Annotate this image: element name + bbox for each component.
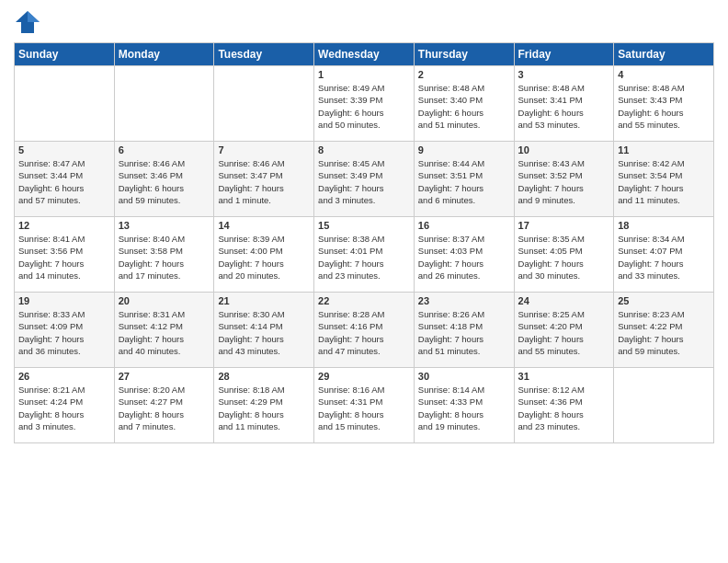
calendar-cell: 23Sunrise: 8:26 AM Sunset: 4:18 PM Dayli… <box>414 293 514 368</box>
calendar-cell: 28Sunrise: 8:18 AM Sunset: 4:29 PM Dayli… <box>214 368 314 443</box>
day-number: 29 <box>318 371 410 382</box>
day-number: 16 <box>418 220 510 231</box>
calendar-table: SundayMondayTuesdayWednesdayThursdayFrid… <box>14 42 714 443</box>
day-info: Sunrise: 8:33 AM Sunset: 4:09 PM Dayligh… <box>18 308 110 357</box>
day-info: Sunrise: 8:43 AM Sunset: 3:52 PM Dayligh… <box>518 157 610 206</box>
calendar-cell: 29Sunrise: 8:16 AM Sunset: 4:31 PM Dayli… <box>314 368 415 443</box>
day-info: Sunrise: 8:38 AM Sunset: 4:01 PM Dayligh… <box>318 233 410 282</box>
calendar-cell: 3Sunrise: 8:48 AM Sunset: 3:41 PM Daylig… <box>514 66 614 142</box>
week-row-5: 26Sunrise: 8:21 AM Sunset: 4:24 PM Dayli… <box>15 368 714 443</box>
day-number: 17 <box>518 220 610 231</box>
day-info: Sunrise: 8:46 AM Sunset: 3:46 PM Dayligh… <box>119 157 210 206</box>
day-info: Sunrise: 8:14 AM Sunset: 4:33 PM Dayligh… <box>418 384 510 432</box>
day-info: Sunrise: 8:46 AM Sunset: 3:47 PM Dayligh… <box>218 157 310 206</box>
day-number: 3 <box>518 69 610 80</box>
day-number: 12 <box>18 220 110 231</box>
calendar-cell: 16Sunrise: 8:37 AM Sunset: 4:03 PM Dayli… <box>414 217 514 293</box>
calendar-cell: 13Sunrise: 8:40 AM Sunset: 3:58 PM Dayli… <box>114 217 214 293</box>
calendar-cell: 31Sunrise: 8:12 AM Sunset: 4:36 PM Dayli… <box>514 368 614 443</box>
header-row: SundayMondayTuesdayWednesdayThursdayFrid… <box>15 43 714 66</box>
page-container: SundayMondayTuesdayWednesdayThursdayFrid… <box>0 0 728 563</box>
day-number: 22 <box>318 295 410 306</box>
day-info: Sunrise: 8:49 AM Sunset: 3:39 PM Dayligh… <box>318 82 410 131</box>
page-header <box>14 9 714 35</box>
calendar-cell: 26Sunrise: 8:21 AM Sunset: 4:24 PM Dayli… <box>15 368 115 443</box>
day-info: Sunrise: 8:47 AM Sunset: 3:44 PM Dayligh… <box>18 157 110 206</box>
day-info: Sunrise: 8:48 AM Sunset: 3:40 PM Dayligh… <box>418 82 510 131</box>
calendar-cell: 21Sunrise: 8:30 AM Sunset: 4:14 PM Dayli… <box>214 293 314 368</box>
day-info: Sunrise: 8:34 AM Sunset: 4:07 PM Dayligh… <box>618 233 710 282</box>
day-number: 24 <box>518 295 610 306</box>
calendar-cell: 4Sunrise: 8:48 AM Sunset: 3:43 PM Daylig… <box>614 66 714 142</box>
day-number: 13 <box>119 220 210 231</box>
calendar-cell: 24Sunrise: 8:25 AM Sunset: 4:20 PM Dayli… <box>514 293 614 368</box>
calendar-cell: 12Sunrise: 8:41 AM Sunset: 3:56 PM Dayli… <box>15 217 115 293</box>
day-info: Sunrise: 8:45 AM Sunset: 3:49 PM Dayligh… <box>318 157 410 206</box>
day-info: Sunrise: 8:16 AM Sunset: 4:31 PM Dayligh… <box>318 384 410 432</box>
day-info: Sunrise: 8:21 AM Sunset: 4:24 PM Dayligh… <box>18 384 110 432</box>
day-info: Sunrise: 8:30 AM Sunset: 4:14 PM Dayligh… <box>218 308 310 357</box>
calendar-cell: 22Sunrise: 8:28 AM Sunset: 4:16 PM Dayli… <box>314 293 415 368</box>
day-number: 18 <box>618 220 710 231</box>
calendar-cell: 1Sunrise: 8:49 AM Sunset: 3:39 PM Daylig… <box>314 66 415 142</box>
day-info: Sunrise: 8:39 AM Sunset: 4:00 PM Dayligh… <box>218 233 310 282</box>
day-number: 15 <box>318 220 410 231</box>
calendar-cell: 15Sunrise: 8:38 AM Sunset: 4:01 PM Dayli… <box>314 217 415 293</box>
calendar-cell: 11Sunrise: 8:42 AM Sunset: 3:54 PM Dayli… <box>614 142 714 217</box>
week-row-2: 5Sunrise: 8:47 AM Sunset: 3:44 PM Daylig… <box>15 142 714 217</box>
calendar-cell: 18Sunrise: 8:34 AM Sunset: 4:07 PM Dayli… <box>614 217 714 293</box>
day-number: 30 <box>418 371 510 382</box>
day-number: 4 <box>618 69 710 80</box>
day-number: 27 <box>119 371 210 382</box>
calendar-cell: 25Sunrise: 8:23 AM Sunset: 4:22 PM Dayli… <box>614 293 714 368</box>
calendar-cell: 9Sunrise: 8:44 AM Sunset: 3:51 PM Daylig… <box>414 142 514 217</box>
calendar-cell: 6Sunrise: 8:46 AM Sunset: 3:46 PM Daylig… <box>114 142 214 217</box>
day-info: Sunrise: 8:48 AM Sunset: 3:43 PM Dayligh… <box>618 82 710 131</box>
day-header-sunday: Sunday <box>15 43 115 66</box>
day-info: Sunrise: 8:25 AM Sunset: 4:20 PM Dayligh… <box>518 308 610 357</box>
day-number: 9 <box>418 144 510 155</box>
day-number: 5 <box>18 144 110 155</box>
day-info: Sunrise: 8:35 AM Sunset: 4:05 PM Dayligh… <box>518 233 610 282</box>
calendar-cell: 20Sunrise: 8:31 AM Sunset: 4:12 PM Dayli… <box>114 293 214 368</box>
calendar-cell: 30Sunrise: 8:14 AM Sunset: 4:33 PM Dayli… <box>414 368 514 443</box>
day-number: 1 <box>318 69 410 80</box>
day-header-tuesday: Tuesday <box>214 43 314 66</box>
day-number: 6 <box>119 144 210 155</box>
calendar-cell: 7Sunrise: 8:46 AM Sunset: 3:47 PM Daylig… <box>214 142 314 217</box>
day-header-monday: Monday <box>114 43 214 66</box>
calendar-cell: 8Sunrise: 8:45 AM Sunset: 3:49 PM Daylig… <box>314 142 415 217</box>
day-info: Sunrise: 8:26 AM Sunset: 4:18 PM Dayligh… <box>418 308 510 357</box>
day-info: Sunrise: 8:31 AM Sunset: 4:12 PM Dayligh… <box>119 308 210 357</box>
logo-icon <box>14 9 41 35</box>
day-number: 20 <box>119 295 210 306</box>
day-number: 7 <box>218 144 310 155</box>
calendar-cell: 17Sunrise: 8:35 AM Sunset: 4:05 PM Dayli… <box>514 217 614 293</box>
day-number: 8 <box>318 144 410 155</box>
day-info: Sunrise: 8:42 AM Sunset: 3:54 PM Dayligh… <box>618 157 710 206</box>
day-info: Sunrise: 8:44 AM Sunset: 3:51 PM Dayligh… <box>418 157 510 206</box>
day-info: Sunrise: 8:12 AM Sunset: 4:36 PM Dayligh… <box>518 384 610 432</box>
calendar-cell <box>114 66 214 142</box>
day-header-saturday: Saturday <box>614 43 714 66</box>
day-header-wednesday: Wednesday <box>314 43 415 66</box>
week-row-4: 19Sunrise: 8:33 AM Sunset: 4:09 PM Dayli… <box>15 293 714 368</box>
day-info: Sunrise: 8:23 AM Sunset: 4:22 PM Dayligh… <box>618 308 710 357</box>
day-number: 19 <box>18 295 110 306</box>
calendar-cell: 2Sunrise: 8:48 AM Sunset: 3:40 PM Daylig… <box>414 66 514 142</box>
calendar-cell: 14Sunrise: 8:39 AM Sunset: 4:00 PM Dayli… <box>214 217 314 293</box>
svg-marker-1 <box>28 11 40 22</box>
day-info: Sunrise: 8:37 AM Sunset: 4:03 PM Dayligh… <box>418 233 510 282</box>
day-number: 21 <box>218 295 310 306</box>
day-number: 11 <box>618 144 710 155</box>
day-info: Sunrise: 8:41 AM Sunset: 3:56 PM Dayligh… <box>18 233 110 282</box>
day-info: Sunrise: 8:20 AM Sunset: 4:27 PM Dayligh… <box>119 384 210 432</box>
day-number: 23 <box>418 295 510 306</box>
calendar-cell: 5Sunrise: 8:47 AM Sunset: 3:44 PM Daylig… <box>15 142 115 217</box>
day-number: 28 <box>218 371 310 382</box>
calendar-cell: 10Sunrise: 8:43 AM Sunset: 3:52 PM Dayli… <box>514 142 614 217</box>
calendar-cell: 27Sunrise: 8:20 AM Sunset: 4:27 PM Dayli… <box>114 368 214 443</box>
week-row-1: 1Sunrise: 8:49 AM Sunset: 3:39 PM Daylig… <box>15 66 714 142</box>
day-info: Sunrise: 8:18 AM Sunset: 4:29 PM Dayligh… <box>218 384 310 432</box>
day-number: 10 <box>518 144 610 155</box>
